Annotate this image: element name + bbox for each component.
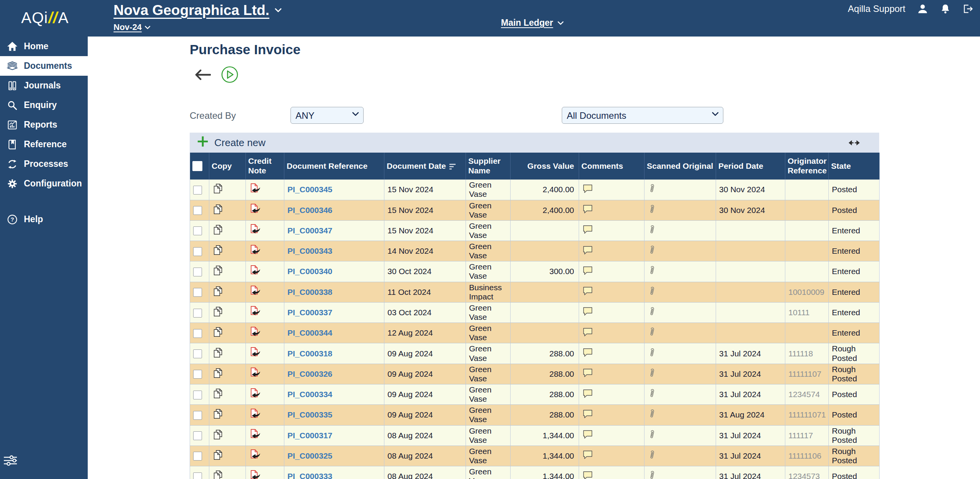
copy-document-icon[interactable] bbox=[212, 326, 224, 338]
credit-note-icon[interactable] bbox=[249, 265, 260, 276]
comments-icon[interactable] bbox=[582, 348, 593, 358]
copy-document-icon[interactable] bbox=[212, 306, 224, 317]
document-filter-select[interactable]: All Documents bbox=[562, 107, 723, 124]
comments-icon[interactable] bbox=[582, 245, 593, 255]
comments-icon[interactable] bbox=[582, 409, 593, 419]
row-select-checkbox[interactable] bbox=[193, 206, 202, 215]
row-select-checkbox[interactable] bbox=[193, 411, 202, 420]
header-originator-reference[interactable]: Originator Reference bbox=[785, 153, 829, 180]
paperclip-icon[interactable] bbox=[648, 347, 656, 358]
header-credit-note[interactable]: Credit Note bbox=[246, 153, 284, 180]
row-select-checkbox[interactable] bbox=[193, 452, 202, 461]
row-select-checkbox[interactable] bbox=[193, 370, 202, 379]
credit-note-icon[interactable] bbox=[249, 429, 260, 440]
row-select-checkbox[interactable] bbox=[193, 186, 202, 195]
copy-document-icon[interactable] bbox=[212, 388, 224, 399]
row-select-checkbox[interactable] bbox=[193, 288, 202, 297]
comments-icon[interactable] bbox=[582, 327, 593, 337]
period-selector[interactable]: Nov-24 bbox=[114, 22, 142, 32]
row-select-checkbox[interactable] bbox=[193, 309, 202, 318]
paperclip-icon[interactable] bbox=[648, 388, 656, 399]
credit-note-icon[interactable] bbox=[249, 285, 260, 297]
sidebar-item-reports[interactable]: Reports bbox=[0, 115, 88, 135]
header-supplier-name[interactable]: Supplier Name bbox=[466, 153, 511, 180]
sidebar-item-help[interactable]: ? Help bbox=[0, 210, 88, 229]
sidebar-item-configuration[interactable]: Configuration bbox=[0, 174, 88, 193]
credit-note-icon[interactable] bbox=[249, 470, 260, 479]
create-new-button[interactable]: Create new bbox=[194, 135, 268, 151]
sidebar-item-journals[interactable]: Journals bbox=[0, 76, 88, 95]
copy-document-icon[interactable] bbox=[212, 286, 224, 297]
header-document-date[interactable]: Document Date bbox=[384, 153, 466, 180]
comments-icon[interactable] bbox=[582, 429, 593, 439]
credit-note-icon[interactable] bbox=[249, 326, 260, 338]
row-select-checkbox[interactable] bbox=[193, 349, 202, 358]
header-state[interactable]: State bbox=[829, 153, 880, 180]
document-reference-link[interactable]: PI_C000346 bbox=[287, 206, 332, 215]
filter-sliders-icon[interactable] bbox=[3, 454, 18, 468]
copy-document-icon[interactable] bbox=[212, 224, 224, 235]
document-reference-link[interactable]: PI_C000340 bbox=[287, 267, 332, 276]
paperclip-icon[interactable] bbox=[648, 408, 656, 419]
sidebar-item-home[interactable]: Home bbox=[0, 37, 88, 56]
header-scanned-original[interactable]: Scanned Original bbox=[644, 153, 716, 180]
app-logo[interactable]: AQi//A bbox=[21, 9, 69, 27]
document-reference-link[interactable]: PI_C000325 bbox=[287, 451, 332, 460]
copy-document-icon[interactable] bbox=[212, 429, 224, 440]
document-reference-link[interactable]: PI_C000335 bbox=[287, 410, 332, 419]
credit-note-icon[interactable] bbox=[249, 347, 260, 358]
paperclip-icon[interactable] bbox=[648, 244, 656, 256]
copy-document-icon[interactable] bbox=[212, 265, 224, 276]
document-reference-link[interactable]: PI_C000347 bbox=[287, 226, 332, 235]
copy-document-icon[interactable] bbox=[212, 470, 224, 479]
credit-note-icon[interactable] bbox=[249, 388, 260, 399]
credit-note-icon[interactable] bbox=[249, 244, 260, 256]
sidebar-item-enquiry[interactable]: Enquiry bbox=[0, 95, 88, 115]
user-icon[interactable] bbox=[917, 3, 928, 15]
comments-icon[interactable] bbox=[582, 368, 593, 378]
sidebar-item-processes[interactable]: Processes bbox=[0, 154, 88, 174]
paperclip-icon[interactable] bbox=[648, 429, 656, 440]
header-document-reference[interactable]: Document Reference bbox=[284, 153, 384, 180]
paperclip-icon[interactable] bbox=[648, 326, 656, 338]
copy-document-icon[interactable] bbox=[212, 408, 224, 419]
credit-note-icon[interactable] bbox=[249, 408, 260, 420]
paperclip-icon[interactable] bbox=[648, 449, 656, 461]
copy-document-icon[interactable] bbox=[212, 347, 224, 358]
document-reference-link[interactable]: PI_C000343 bbox=[287, 246, 332, 255]
row-select-checkbox[interactable] bbox=[193, 391, 202, 399]
document-reference-link[interactable]: PI_C000317 bbox=[287, 431, 332, 440]
row-select-checkbox[interactable] bbox=[193, 247, 202, 256]
header-gross-value[interactable]: Gross Value bbox=[511, 153, 579, 180]
header-period-date[interactable]: Period Date bbox=[716, 153, 785, 180]
sidebar-item-reference[interactable]: Reference bbox=[0, 135, 88, 154]
comments-icon[interactable] bbox=[582, 286, 593, 296]
copy-document-icon[interactable] bbox=[212, 204, 224, 215]
notifications-bell-icon[interactable] bbox=[940, 3, 951, 14]
document-reference-link[interactable]: PI_C000334 bbox=[287, 390, 332, 399]
comments-icon[interactable] bbox=[582, 450, 593, 460]
comments-icon[interactable] bbox=[582, 225, 593, 235]
comments-icon[interactable] bbox=[582, 306, 593, 316]
paperclip-icon[interactable] bbox=[648, 224, 656, 235]
credit-note-icon[interactable] bbox=[249, 367, 260, 379]
header-comments[interactable]: Comments bbox=[579, 153, 644, 180]
created-by-select[interactable]: ANY bbox=[290, 107, 364, 124]
paperclip-icon[interactable] bbox=[648, 183, 656, 194]
logout-icon[interactable] bbox=[962, 3, 974, 15]
paperclip-icon[interactable] bbox=[648, 286, 656, 297]
comments-icon[interactable] bbox=[582, 204, 593, 214]
credit-note-icon[interactable] bbox=[249, 306, 260, 317]
credit-note-icon[interactable] bbox=[249, 183, 260, 195]
select-all-checkbox[interactable] bbox=[192, 161, 202, 171]
back-button[interactable] bbox=[195, 69, 211, 81]
row-select-checkbox[interactable] bbox=[193, 268, 202, 276]
document-reference-link[interactable]: PI_C000337 bbox=[287, 308, 332, 317]
document-reference-link[interactable]: PI_C000333 bbox=[287, 472, 332, 479]
row-select-checkbox[interactable] bbox=[193, 329, 202, 338]
horizontal-resize-icon[interactable] bbox=[848, 139, 861, 146]
paperclip-icon[interactable] bbox=[648, 306, 656, 317]
row-select-checkbox[interactable] bbox=[193, 431, 202, 440]
sidebar-item-documents[interactable]: Documents bbox=[0, 56, 88, 76]
copy-document-icon[interactable] bbox=[212, 449, 224, 461]
